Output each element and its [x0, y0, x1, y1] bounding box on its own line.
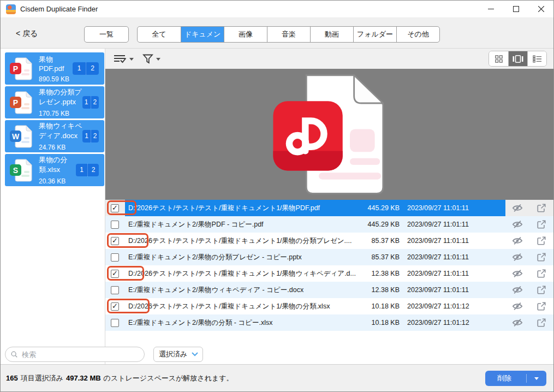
file-date: 2023/09/27 11:01:11 [407, 221, 474, 228]
list-view-button[interactable] [527, 51, 546, 66]
detail-panel: D:/2026テスト/テスト/テスト/重複ドキュメント1/果物PDF.pdf 4… [105, 49, 553, 364]
group-item-pdf[interactable]: P 果物PDF.pdf 890.59 KB 1 2 [5, 52, 104, 85]
duplicate-count-badges: 1 2 [76, 164, 99, 176]
external-link-icon [537, 285, 546, 295]
row-checkbox[interactable] [111, 286, 119, 294]
tab-others[interactable]: その他 [396, 27, 439, 42]
row-checkbox[interactable] [111, 302, 119, 311]
tab-images[interactable]: 画像 [224, 27, 267, 42]
preview-view-button[interactable] [508, 51, 527, 66]
row-main[interactable]: D:/2026テスト/テスト/テスト/重複ドキュメント1/果物の分類.xlsx … [125, 298, 505, 314]
selection-filter-dropdown[interactable]: 選択済み [153, 347, 203, 362]
minimize-button[interactable] [478, 1, 503, 17]
word-file-icon: W [9, 124, 34, 149]
hide-button[interactable] [505, 219, 529, 230]
badge-2[interactable]: 2 [86, 62, 99, 75]
badge-1[interactable]: 1 [82, 130, 91, 142]
pdf-document-preview-icon [269, 72, 390, 197]
tab-videos[interactable]: 動画 [310, 27, 353, 42]
table-row[interactable]: D:/2026テスト/テスト/テスト/重複ドキュメント1/果物の分類.xlsx … [105, 298, 553, 314]
group-item-xlsx[interactable]: S 果物の分類.xlsx 20.36 KB 1 2 [5, 154, 104, 186]
sort-menu-button[interactable] [114, 54, 134, 64]
category-tabs: 全て ドキュメント 画像 音楽 動画 フォルダー その他 [137, 26, 440, 43]
table-row[interactable]: E:/重複ドキュメント2/果物ウィキペディア - コピー.docx 12.38 … [105, 282, 553, 298]
hide-button[interactable] [505, 203, 529, 213]
file-size: 85.37 KB [356, 237, 400, 245]
open-file-button[interactable] [529, 236, 553, 246]
hide-button[interactable] [505, 301, 529, 312]
file-path: D:/2026テスト/テスト/テスト/重複ドキュメント1/果物PDF.pdf [128, 204, 356, 213]
eye-slash-icon [512, 284, 523, 295]
close-icon [538, 6, 544, 12]
filter-menu-button[interactable] [142, 54, 160, 64]
badge-2[interactable]: 2 [91, 96, 99, 109]
row-checkbox[interactable] [111, 221, 119, 229]
grid-view-button[interactable] [489, 51, 508, 66]
table-row[interactable]: D:/2026テスト/テスト/テスト/重複ドキュメント1/果物PDF.pdf 4… [105, 200, 553, 216]
duplicate-groups-panel: P 果物PDF.pdf 890.59 KB 1 2 [1, 49, 105, 364]
open-file-button[interactable] [529, 301, 553, 311]
row-main[interactable]: E:/重複ドキュメント2/果物ウィキペディア - コピー.docx 12.38 … [125, 282, 505, 298]
delete-button[interactable]: 削除 [485, 371, 546, 386]
title-bar: Cisdem Duplicate Finder [1, 1, 553, 18]
open-file-button[interactable] [529, 269, 553, 278]
table-row[interactable]: D:/2026テスト/テスト/テスト/重複ドキュメント1/果物の分類プレゼン..… [105, 233, 553, 249]
close-button[interactable] [528, 1, 553, 17]
tab-folders[interactable]: フォルダー [353, 27, 396, 42]
hide-button[interactable] [505, 235, 529, 246]
file-date: 2023/09/27 11:01:11 [407, 237, 474, 245]
free-size: 497.32 MB [66, 374, 101, 382]
external-link-icon [537, 203, 546, 213]
file-path: E:/重複ドキュメント2/果物の分類 - コピー.xlsx [128, 318, 356, 328]
file-size: 85.37 KB [356, 253, 400, 261]
table-row[interactable]: E:/重複ドキュメント2/果物の分類 - コピー.xlsx 10.18 KB 2… [105, 314, 553, 331]
sort-check-icon [114, 54, 127, 64]
maximize-button[interactable] [503, 1, 528, 17]
open-file-button[interactable] [529, 203, 553, 213]
badge-2[interactable]: 2 [91, 130, 99, 142]
row-checkbox[interactable] [111, 253, 119, 262]
eye-slash-icon [512, 235, 523, 246]
row-checkbox[interactable] [111, 270, 119, 278]
group-file-size: 890.59 KB [39, 75, 73, 83]
file-path: D:/2026テスト/テスト/テスト/重複ドキュメント1/果物の分類プレゼン..… [128, 236, 356, 246]
delete-dropdown-toggle[interactable] [529, 375, 544, 382]
row-main[interactable]: E:/重複ドキュメント2/果物の分類 - コピー.xlsx 10.18 KB 2… [125, 314, 505, 331]
file-size: 445.29 KB [356, 204, 400, 212]
badge-2[interactable]: 2 [87, 164, 99, 176]
row-main[interactable]: D:/2026テスト/テスト/テスト/重複ドキュメント1/果物PDF.pdf 4… [125, 200, 505, 216]
group-item-docx[interactable]: W 果物ウィキペディア.docx 24.76 KB 1 2 [5, 120, 104, 152]
open-file-button[interactable] [529, 285, 553, 295]
row-main[interactable]: E:/重複ドキュメント2/果物PDF - コピー.pdf 445.29 KB 2… [125, 216, 505, 233]
tab-documents[interactable]: ドキュメント [181, 27, 224, 42]
hide-button[interactable] [505, 252, 529, 263]
hide-button[interactable] [505, 317, 529, 328]
excel-file-icon: S [9, 158, 34, 183]
selection-filter-value: 選択済み [159, 349, 187, 359]
open-file-button[interactable] [529, 252, 553, 262]
hide-button[interactable] [505, 268, 529, 279]
tab-music[interactable]: 音楽 [267, 27, 310, 42]
tab-all[interactable]: 全て [138, 27, 181, 42]
table-row[interactable]: E:/重複ドキュメント2/果物PDF - コピー.pdf 445.29 KB 2… [105, 216, 553, 233]
back-button[interactable]: < 戻る [16, 29, 38, 39]
row-checkbox[interactable] [111, 319, 119, 327]
table-row[interactable]: E:/重複ドキュメント2/果物の分類プレゼン - コピー.pptx 85.37 … [105, 249, 553, 265]
badge-1[interactable]: 1 [76, 164, 87, 176]
row-main[interactable]: E:/重複ドキュメント2/果物の分類プレゼン - コピー.pptx 85.37 … [125, 249, 505, 265]
open-file-button[interactable] [529, 219, 553, 229]
row-main[interactable]: D:/2026テスト/テスト/テスト/重複ドキュメント1/果物の分類プレゼン..… [125, 233, 505, 249]
badge-1[interactable]: 1 [82, 96, 91, 109]
open-file-button[interactable] [529, 318, 553, 328]
list-view-button[interactable]: 一覧 [84, 26, 129, 43]
badge-1[interactable]: 1 [73, 62, 86, 75]
row-main[interactable]: D:/2026テスト/テスト/テスト/重複ドキュメント1/果物ウィキペディア.d… [125, 265, 505, 282]
row-checkbox[interactable] [111, 237, 119, 245]
delete-button-label: 削除 [485, 373, 523, 383]
group-item-pptx[interactable]: P 果物の分類プレゼン.pptx 170.75 KB 1 2 [5, 86, 104, 118]
file-date: 2023/09/27 11:01:11 [407, 204, 474, 212]
row-checkbox[interactable] [111, 204, 119, 212]
hide-button[interactable] [505, 284, 529, 295]
search-input[interactable] [5, 347, 145, 362]
table-row[interactable]: D:/2026テスト/テスト/テスト/重複ドキュメント1/果物ウィキペディア.d… [105, 265, 553, 282]
